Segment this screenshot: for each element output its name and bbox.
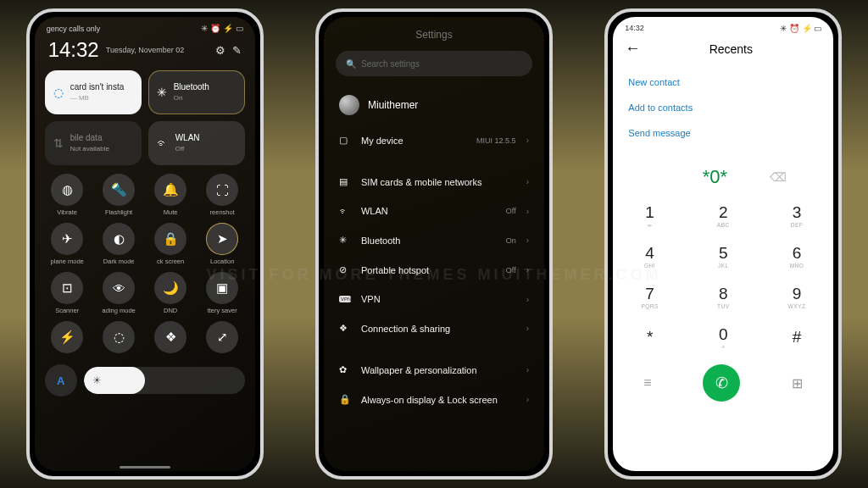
toggle-icon: ⚡ [51,321,83,353]
settings-row[interactable]: 🔒Always-on display & Lock screen› [324,385,544,414]
toggle-icon: ▣ [206,272,238,304]
toggle-Flashlight[interactable]: 🔦Flashlight [95,172,143,218]
row-label: Wallpaper & personalization [361,365,506,375]
key-7[interactable]: 7PQRS [613,276,687,317]
toggle-icon: 🔦 [103,174,135,206]
toggle-Mute[interactable]: 🔔Mute [147,172,195,218]
chevron-right-icon: › [526,365,529,374]
toggle-Location[interactable]: ➤Location [198,221,247,267]
key-digit: # [793,328,802,347]
toggle-icon: ⊡ [51,272,83,304]
toggle-label: DND [164,307,177,314]
key-6[interactable]: 6MNO [760,236,834,276]
settings-row[interactable]: ❖Connection & sharing› [324,313,544,343]
sim-card-tile[interactable]: ◌ card isn't insta— MB [45,70,142,114]
toggle-ttery saver[interactable]: ▣ttery saver [198,270,247,316]
wifi-icon: ᯤ [157,136,169,150]
home-indicator[interactable] [120,466,170,469]
brightness-fill: ☀ [84,367,145,394]
row-icon: ⊘ [339,264,351,275]
toggle-15[interactable]: ⤢ [198,319,247,358]
toggle-12[interactable]: ⚡ [43,319,92,358]
key-letters: ABC [717,222,730,228]
clock-time: 14:32 [48,38,99,62]
data-label: bile data [70,133,103,142]
toggle-label: Scanner [55,307,79,314]
search-placeholder: Search settings [361,59,420,69]
settings-row[interactable]: VPNVPN› [324,285,544,313]
chevron-right-icon: › [526,265,529,274]
search-icon: 🔍 [346,59,356,69]
toggle-icon: ◐ [103,223,135,255]
toggle-ading mode[interactable]: 👁ading mode [95,270,143,316]
toggle-14[interactable]: ❖ [147,319,195,358]
key-2[interactable]: 2ABC [687,195,760,236]
row-label: Portable hotspot [361,265,496,275]
settings-row[interactable]: ▤SIM cards & mobile networks› [324,167,544,197]
toggle-Vibrate[interactable]: ◍Vibrate [43,172,92,218]
chevron-right-icon: › [526,295,529,304]
carrier-text: gency calls only [47,25,101,33]
toggle-icon: 🔔 [154,174,186,206]
phone-icon: ✆ [715,374,728,392]
toggle-Dark mode[interactable]: ◐Dark mode [95,221,143,267]
chevron-right-icon: › [526,177,529,186]
bluetooth-tile[interactable]: ✳ BluetoothOn [148,70,245,114]
chevron-right-icon: › [526,395,529,404]
action-link[interactable]: Add to contacts [628,95,818,120]
key-letters: PQRS [641,303,658,309]
settings-row[interactable]: ✳BluetoothOn› [324,225,544,255]
settings-row[interactable]: ▢My deviceMIUI 12.5.5› [324,125,544,155]
backspace-icon[interactable]: ⌫ [770,170,787,184]
key-1[interactable]: 1∞ [613,195,687,236]
edit-icon[interactable]: ✎ [232,44,242,57]
action-link[interactable]: New contact [628,69,818,95]
menu-icon[interactable]: ≡ [643,375,651,391]
account-name: Miuithemer [368,99,418,111]
key-4[interactable]: 4GHI [613,236,687,276]
toggle-13[interactable]: ◌ [95,319,143,358]
key-9[interactable]: 9WXYZ [760,276,834,317]
chevron-right-icon: › [526,207,529,216]
chevron-right-icon: › [526,236,529,245]
key-5[interactable]: 5JKL [687,236,760,276]
toggle-Scanner[interactable]: ⊡Scanner [43,270,92,316]
key-digit: 3 [793,203,802,222]
auto-brightness-button[interactable]: A [45,364,77,396]
toggle-ck screen[interactable]: 🔒ck screen [147,221,195,267]
mobile-data-tile[interactable]: ⇅ bile dataNot available [45,121,142,165]
chevron-right-icon: › [526,136,529,145]
bt-label: Bluetooth [174,82,209,92]
row-value: Off [506,266,516,274]
avatar [339,95,359,115]
settings-row[interactable]: ✿Wallpaper & personalization› [324,355,544,385]
toggle-plane mode[interactable]: ✈plane mode [43,221,92,267]
toggle-reenshot[interactable]: ⛶reenshot [198,172,247,218]
settings-icon[interactable]: ⚙ [215,44,225,57]
key-*[interactable]: * [613,317,687,358]
action-link[interactable]: Send message [628,120,818,146]
toggle-label: ttery saver [208,307,237,314]
settings-row[interactable]: ⊘Portable hotspotOff› [324,255,544,285]
search-input[interactable]: 🔍 Search settings [336,51,532,76]
key-3[interactable]: 3DEF [760,195,834,236]
row-icon: ᯤ [339,206,351,216]
call-button[interactable]: ✆ [703,364,740,402]
account-row[interactable]: Miuithemer [324,85,544,125]
key-digit: 6 [793,244,802,263]
toggle-DND[interactable]: 🌙DND [147,270,195,316]
back-icon[interactable]: ← [625,40,640,58]
grid-icon[interactable]: ⊞ [792,375,803,391]
key-digit: 4 [645,244,654,263]
wlan-tile[interactable]: ᯤ WLANOff [148,121,245,165]
key-#[interactable]: # [760,317,834,358]
row-label: Bluetooth [361,236,496,246]
page-title: Recents [640,42,821,56]
settings-row[interactable]: ᯤWLANOff› [324,197,544,225]
key-digit: 0 [719,325,728,344]
key-8[interactable]: 8TUV [687,276,760,317]
key-digit: 7 [645,285,654,303]
brightness-slider[interactable]: ☀ [84,367,245,394]
key-0[interactable]: 0+ [687,317,760,358]
key-letters: JKL [718,263,729,269]
